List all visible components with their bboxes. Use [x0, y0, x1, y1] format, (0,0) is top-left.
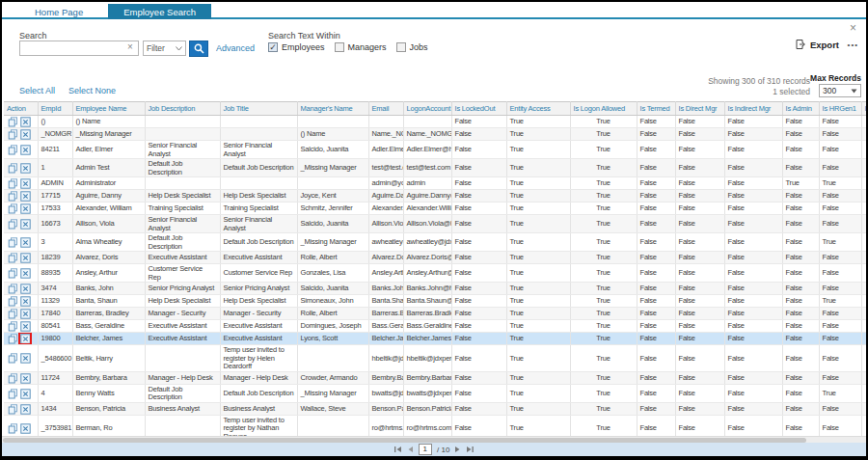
table-row[interactable]: 1434Benson, PatriciaBusiness AnalystBusi… [4, 402, 866, 415]
column-header-direct_mgr[interactable]: Is Direct Mgr [675, 102, 724, 116]
copy-record-icon[interactable] [8, 423, 18, 434]
checkbox-employees[interactable]: ✓ Employees [268, 42, 325, 52]
column-header-logon_allowed[interactable]: Is Logon Allowed [570, 102, 637, 116]
table-row[interactable]: _NOMGR_Missing Manager() NameName._NOMNa… [4, 128, 866, 141]
view-record-icon[interactable] [20, 237, 31, 248]
column-header-name[interactable]: Employee Name [72, 102, 145, 116]
managers-checkbox-icon[interactable] [335, 42, 344, 52]
view-record-icon[interactable] [20, 129, 31, 140]
table-row[interactable]: _5486600Beltik, HarryTemp user invited t… [4, 345, 866, 372]
column-header-email[interactable]: Email [368, 102, 403, 116]
copy-record-icon[interactable] [8, 237, 18, 248]
view-record-icon[interactable] [20, 296, 31, 307]
copy-record-icon[interactable] [8, 404, 18, 415]
copy-record-icon[interactable] [8, 321, 18, 332]
column-header-is2[interactable]: Is [861, 102, 866, 116]
copy-record-icon[interactable] [8, 284, 18, 294]
copy-record-icon[interactable] [8, 373, 18, 384]
view-record-icon[interactable] [20, 203, 31, 214]
horizontal-scrollbar[interactable] [2, 436, 866, 443]
table-row[interactable]: 80541Bass, GeraldineExecutive AssistantE… [4, 320, 866, 333]
copy-record-icon[interactable] [8, 145, 18, 155]
column-header-logon[interactable]: LogonAccount [403, 102, 451, 116]
copy-record-icon[interactable] [8, 268, 18, 279]
table-row[interactable]: ADMINAdministratoradmin@youradminFalseTr… [4, 177, 866, 190]
column-header-locked[interactable]: Is LockedOut [451, 102, 506, 116]
copy-record-icon[interactable] [8, 353, 18, 364]
table-row[interactable]: 17533Alexander, WilliamTraining Speciali… [4, 203, 866, 215]
table-row[interactable]: 17840Barreras, BradleyManager - Security… [4, 308, 866, 320]
copy-record-icon[interactable] [8, 117, 18, 127]
table-row[interactable]: 11724Bembry, BarbaraManager - Help DeskM… [4, 371, 866, 384]
view-record-icon[interactable] [20, 191, 31, 202]
previous-page-button[interactable] [407, 446, 414, 453]
search-button[interactable] [189, 41, 208, 57]
copy-record-icon[interactable] [8, 129, 18, 140]
table-row[interactable]: 3Alma WheatleyDefault Job DescriptionDef… [4, 233, 866, 252]
table-row[interactable]: 11329Banta, ShaunHelp Desk SpecialistHel… [4, 295, 866, 308]
clear-search-icon[interactable]: × [127, 41, 133, 52]
column-header-action[interactable]: Action [4, 102, 38, 116]
view-record-icon[interactable] [20, 253, 31, 263]
view-record-icon[interactable] [20, 178, 31, 189]
table-row[interactable]: 3474Banks, JohnSenior Pricing AnalystSen… [4, 283, 866, 295]
table-row[interactable]: 16673Allison, ViolaSenior Financial Anal… [4, 215, 866, 233]
view-record-icon[interactable] [20, 423, 31, 434]
copy-record-icon[interactable] [8, 309, 18, 319]
more-menu-icon[interactable]: ••• [848, 41, 858, 49]
copy-record-icon[interactable] [8, 296, 18, 307]
first-page-button[interactable] [393, 446, 402, 453]
view-record-icon[interactable] [20, 309, 31, 319]
max-records-dropdown[interactable]: 300 [819, 84, 861, 97]
column-header-hrgen1[interactable]: Is HRGen1 [819, 102, 861, 116]
advanced-link[interactable]: Advanced [216, 43, 255, 53]
select-none-link[interactable]: Select None [68, 86, 116, 95]
current-page-input[interactable]: 1 [419, 444, 432, 455]
copy-record-icon[interactable] [8, 253, 18, 263]
close-icon[interactable]: × [850, 23, 856, 33]
copy-record-icon[interactable] [8, 389, 18, 399]
column-header-admin[interactable]: Is Admin [782, 102, 819, 116]
column-header-indirect_mgr[interactable]: Is Indirect Mgr [724, 102, 782, 116]
column-header-manager[interactable]: Manager's Name [297, 102, 368, 116]
view-record-icon[interactable] [20, 219, 31, 230]
view-record-icon[interactable] [20, 389, 31, 399]
view-record-icon[interactable] [20, 334, 31, 344]
table-row[interactable]: 88935Ansley, ArthurCustomer Service RepC… [4, 264, 866, 283]
select-all-link[interactable]: Select All [19, 86, 55, 95]
view-record-icon[interactable] [20, 117, 31, 127]
column-header-job_desc[interactable]: Job Description [145, 102, 220, 116]
copy-record-icon[interactable] [8, 219, 18, 230]
table-row[interactable]: _3753981Berman, RoTemp user invited to r… [4, 415, 866, 436]
view-record-icon[interactable] [20, 321, 31, 332]
column-header-entity[interactable]: Entity Access [506, 102, 570, 116]
table-row[interactable]: 84211Adler, ElmerSenior Financial Analys… [4, 141, 866, 159]
export-button[interactable]: Export [795, 39, 839, 50]
column-header-empid[interactable]: EmpId [38, 102, 72, 116]
tab-employee-search[interactable]: Employee Search [108, 4, 211, 19]
table-row[interactable]: 18239Alvarez, DorisExecutive AssistantEx… [4, 252, 866, 264]
view-record-icon[interactable] [20, 404, 31, 415]
table-row[interactable]: ()() NameFalseTrueTrueFalseFalseFalseFal… [4, 116, 866, 128]
view-record-icon[interactable] [20, 284, 31, 294]
checkbox-managers[interactable]: Managers [335, 42, 387, 52]
jobs-checkbox-icon[interactable] [396, 42, 406, 52]
table-row[interactable]: 4Benny WattsDefault Job DescriptionDefau… [4, 384, 866, 402]
copy-record-icon[interactable] [8, 203, 18, 214]
view-record-icon[interactable] [20, 353, 31, 364]
view-record-icon[interactable] [20, 373, 31, 384]
table-row[interactable]: 1Admin TestDefault Job DescriptionDefaul… [4, 159, 866, 177]
filter-dropdown[interactable]: Filter [143, 41, 186, 56]
view-record-icon[interactable] [20, 145, 31, 155]
employees-checkbox-icon[interactable]: ✓ [268, 42, 278, 52]
table-row[interactable]: 19800Belcher, JamesExecutive AssistantEx… [4, 333, 866, 345]
table-row[interactable]: 17715Aguirre, DannyHelp Desk SpecialistH… [4, 190, 866, 203]
tab-home-page[interactable]: Home Page [19, 4, 98, 19]
search-input[interactable] [19, 41, 139, 56]
view-record-icon[interactable] [20, 163, 31, 174]
copy-record-icon[interactable] [8, 191, 18, 202]
copy-record-icon[interactable] [8, 334, 18, 344]
column-header-job_title[interactable]: Job Title [220, 102, 297, 116]
copy-record-icon[interactable] [8, 178, 18, 189]
checkbox-jobs[interactable]: Jobs [396, 42, 428, 52]
